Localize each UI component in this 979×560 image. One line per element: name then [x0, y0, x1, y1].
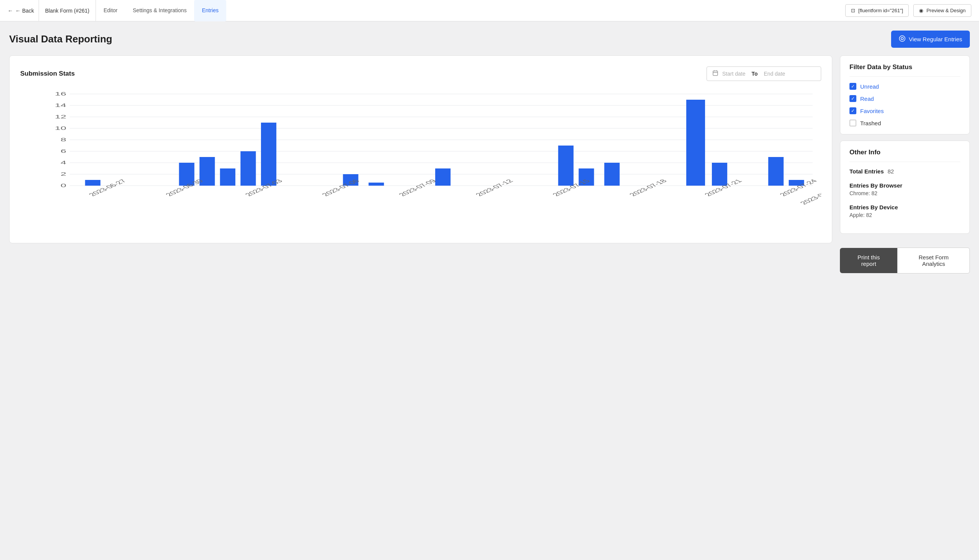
bar-2023-06-27	[85, 180, 100, 186]
check-icon: ✓	[851, 96, 855, 101]
main-layout: Submission Stats Start date To End date	[9, 55, 970, 273]
svg-text:6: 6	[61, 148, 67, 153]
x-label-6: 2023-07-12	[474, 178, 515, 197]
shortcode-text: [fluentform id="261"]	[858, 8, 903, 13]
bar-2023-07-25	[712, 163, 727, 186]
bar-2023-07-18	[558, 145, 574, 186]
x-label-4: 2023-07-06	[320, 178, 361, 197]
back-button[interactable]: ← ← Back	[8, 5, 38, 17]
browser-detail: Chrome: 82	[849, 190, 960, 196]
unread-label[interactable]: Unread	[860, 83, 879, 90]
back-arrow-icon: ←	[8, 8, 13, 14]
svg-text:8: 8	[61, 137, 67, 142]
nav-left: ← ← Back Blank Form (#261) Editor Settin…	[8, 0, 226, 22]
x-label-8: 2023-07-18	[627, 178, 669, 197]
favorites-checkbox[interactable]: ✓	[849, 107, 856, 114]
tab-entries[interactable]: Entries	[194, 0, 226, 22]
bar-2023-07-21b	[604, 163, 619, 186]
filter-item-read[interactable]: ✓ Read	[849, 95, 960, 102]
device-detail: Apple: 82	[849, 212, 960, 218]
device-row: Entries By Device Apple: 82	[849, 204, 960, 218]
nav-right: ⊡ [fluentform id="261"] ◉ Preview & Desi…	[845, 4, 971, 17]
preview-design-button[interactable]: ◉ Preview & Design	[913, 4, 971, 17]
browser-header: Entries By Browser	[849, 182, 960, 189]
view-entries-label: View Regular Entries	[909, 36, 962, 42]
bar-2023-07-06b	[240, 151, 256, 186]
browser-row: Entries By Browser Chrome: 82	[849, 182, 960, 196]
calendar-icon	[712, 70, 719, 78]
view-entries-button[interactable]: View Regular Entries	[891, 30, 970, 48]
date-to-label: To	[749, 71, 760, 77]
tab-editor[interactable]: Editor	[96, 0, 125, 22]
page-title: Visual Data Reporting	[9, 33, 112, 45]
total-entries-label: Total Entries	[849, 168, 884, 175]
page-content: Visual Data Reporting View Regular Entri…	[0, 22, 979, 283]
svg-text:4: 4	[61, 160, 67, 165]
filter-item-unread[interactable]: ✓ Unread	[849, 83, 960, 90]
shortcode-button[interactable]: ⊡ [fluentform id="261"]	[845, 4, 909, 17]
svg-text:10: 10	[55, 126, 67, 131]
bar-2023-07-07	[261, 123, 276, 186]
read-checkbox[interactable]: ✓	[849, 95, 856, 102]
bar-chart-svg: 16 14 12 10 8 6 4 2 0	[35, 90, 821, 212]
action-bar: Print this report Reset Form Analytics	[840, 248, 970, 273]
favorites-label[interactable]: Favorites	[860, 108, 884, 114]
trashed-label[interactable]: Trashed	[860, 120, 881, 127]
shortcode-icon: ⊡	[851, 8, 855, 13]
form-title: Blank Form (#261)	[38, 0, 96, 22]
other-info-card: Other Info Total Entries 82 Entries By B…	[840, 140, 970, 234]
chart-area: 16 14 12 10 8 6 4 2 0	[20, 90, 821, 235]
svg-text:14: 14	[55, 103, 67, 108]
page-header: Visual Data Reporting View Regular Entri…	[9, 30, 970, 48]
end-date-input[interactable]: End date	[764, 71, 785, 77]
date-range-picker[interactable]: Start date To End date	[707, 67, 821, 81]
print-button[interactable]: Print this report	[840, 248, 897, 273]
device-header: Entries By Device	[849, 204, 960, 210]
chart-title: Submission Stats	[20, 70, 75, 78]
filter-title: Filter Data by Status	[849, 63, 960, 77]
bar-2023-07-06a	[220, 168, 235, 186]
other-info-title: Other Info	[849, 148, 960, 162]
sidebar: Filter Data by Status ✓ Unread ✓ Read ✓	[840, 55, 970, 273]
bar-2023-07-24	[686, 100, 705, 186]
trashed-checkbox[interactable]	[849, 120, 856, 127]
total-entries-header: Total Entries 82	[849, 168, 960, 175]
start-date-input[interactable]: Start date	[722, 71, 746, 77]
bar-2023-07-12	[435, 168, 450, 186]
filter-card: Filter Data by Status ✓ Unread ✓ Read ✓	[840, 55, 970, 135]
bar-2023-07-10	[369, 183, 384, 186]
svg-text:0: 0	[61, 183, 67, 188]
check-icon: ✓	[851, 108, 855, 113]
read-label[interactable]: Read	[860, 95, 874, 102]
eye-icon: ◉	[919, 8, 923, 13]
total-entries-row: Total Entries 82	[849, 168, 960, 175]
browser-label: Entries By Browser	[849, 182, 902, 189]
svg-text:16: 16	[55, 91, 67, 96]
svg-rect-1	[713, 71, 718, 76]
nav-tabs: Editor Settings & Integrations Entries	[96, 0, 226, 22]
total-entries-value: 82	[888, 168, 894, 175]
top-nav: ← ← Back Blank Form (#261) Editor Settin…	[0, 0, 979, 22]
filter-item-favorites[interactable]: ✓ Favorites	[849, 107, 960, 114]
chart-card: Submission Stats Start date To End date	[9, 55, 832, 243]
tab-settings[interactable]: Settings & Integrations	[125, 0, 195, 22]
svg-text:2: 2	[61, 172, 67, 177]
eye-circle-icon	[899, 35, 906, 43]
unread-checkbox[interactable]: ✓	[849, 83, 856, 90]
chart-header: Submission Stats Start date To End date	[20, 67, 821, 81]
back-label: ← Back	[15, 8, 34, 14]
x-label-11: 2023-07-27	[798, 187, 821, 205]
filter-item-trashed[interactable]: Trashed	[849, 120, 960, 127]
preview-label: Preview & Design	[926, 8, 966, 13]
svg-text:12: 12	[55, 114, 67, 119]
device-label: Entries By Device	[849, 204, 898, 210]
bar-2023-07-27a	[768, 157, 783, 186]
x-label-5: 2023-07-09	[397, 178, 438, 197]
check-icon: ✓	[851, 84, 855, 88]
svg-point-0	[899, 36, 905, 42]
reset-button[interactable]: Reset Form Analytics	[897, 248, 970, 273]
